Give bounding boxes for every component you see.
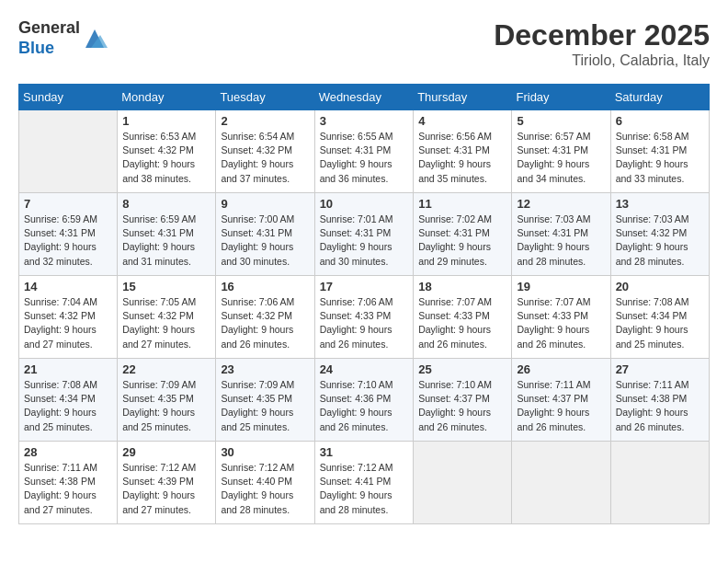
calendar-cell: 29Sunrise: 7:12 AM Sunset: 4:39 PM Dayli… xyxy=(118,442,216,524)
calendar-table: SundayMondayTuesdayWednesdayThursdayFrid… xyxy=(18,84,710,524)
day-number: 20 xyxy=(616,280,704,293)
day-number: 31 xyxy=(320,445,409,459)
day-info: Sunrise: 7:10 AM Sunset: 4:37 PM Dayligh… xyxy=(418,378,506,434)
day-info: Sunrise: 7:03 AM Sunset: 4:31 PM Dayligh… xyxy=(517,213,605,269)
calendar-week-3: 21Sunrise: 7:08 AM Sunset: 4:34 PM Dayli… xyxy=(19,359,710,442)
day-info: Sunrise: 6:59 AM Sunset: 4:31 PM Dayligh… xyxy=(122,213,210,269)
day-info: Sunrise: 6:59 AM Sunset: 4:31 PM Dayligh… xyxy=(24,213,112,269)
day-info: Sunrise: 7:04 AM Sunset: 4:32 PM Dayligh… xyxy=(24,295,112,351)
day-info: Sunrise: 7:02 AM Sunset: 4:31 PM Dayligh… xyxy=(418,213,506,269)
calendar-cell: 19Sunrise: 7:07 AM Sunset: 4:33 PM Dayli… xyxy=(512,276,610,359)
day-number: 16 xyxy=(221,280,309,293)
weekday-monday: Monday xyxy=(118,85,216,110)
day-number: 23 xyxy=(221,362,309,376)
logo: General Blue xyxy=(18,18,108,58)
calendar-cell: 24Sunrise: 7:10 AM Sunset: 4:36 PM Dayli… xyxy=(314,359,414,442)
calendar-cell: 14Sunrise: 7:04 AM Sunset: 4:32 PM Dayli… xyxy=(19,276,118,359)
day-number: 4 xyxy=(418,114,506,128)
day-info: Sunrise: 6:58 AM Sunset: 4:31 PM Dayligh… xyxy=(616,130,704,186)
day-info: Sunrise: 6:57 AM Sunset: 4:31 PM Dayligh… xyxy=(517,130,605,186)
day-info: Sunrise: 7:12 AM Sunset: 4:41 PM Dayligh… xyxy=(320,461,409,517)
day-number: 1 xyxy=(122,114,210,128)
day-info: Sunrise: 7:06 AM Sunset: 4:32 PM Dayligh… xyxy=(221,295,309,351)
logo-general: General xyxy=(18,18,80,37)
day-number: 8 xyxy=(122,197,210,211)
day-info: Sunrise: 7:08 AM Sunset: 4:34 PM Dayligh… xyxy=(616,295,704,351)
day-info: Sunrise: 7:00 AM Sunset: 4:31 PM Dayligh… xyxy=(221,213,309,269)
calendar-cell xyxy=(512,442,610,524)
calendar-cell: 22Sunrise: 7:09 AM Sunset: 4:35 PM Dayli… xyxy=(118,359,216,442)
day-number: 10 xyxy=(320,197,409,211)
calendar-week-0: 1Sunrise: 6:53 AM Sunset: 4:32 PM Daylig… xyxy=(19,110,710,193)
day-number: 3 xyxy=(320,114,409,128)
calendar-cell: 30Sunrise: 7:12 AM Sunset: 4:40 PM Dayli… xyxy=(216,442,314,524)
calendar-cell: 25Sunrise: 7:10 AM Sunset: 4:37 PM Dayli… xyxy=(414,359,512,442)
weekday-header-row: SundayMondayTuesdayWednesdayThursdayFrid… xyxy=(19,85,710,110)
calendar-week-2: 14Sunrise: 7:04 AM Sunset: 4:32 PM Dayli… xyxy=(19,276,710,359)
day-info: Sunrise: 7:09 AM Sunset: 4:35 PM Dayligh… xyxy=(221,378,309,434)
day-number: 13 xyxy=(616,197,704,211)
calendar-cell: 20Sunrise: 7:08 AM Sunset: 4:34 PM Dayli… xyxy=(610,276,709,359)
day-info: Sunrise: 7:07 AM Sunset: 4:33 PM Dayligh… xyxy=(418,295,506,351)
logo-icon xyxy=(82,26,108,52)
day-number: 21 xyxy=(24,362,112,376)
day-number: 29 xyxy=(122,445,210,459)
calendar-cell: 2Sunrise: 6:54 AM Sunset: 4:32 PM Daylig… xyxy=(216,110,314,193)
weekday-friday: Friday xyxy=(512,85,610,110)
day-number: 18 xyxy=(418,280,506,293)
calendar-cell: 26Sunrise: 7:11 AM Sunset: 4:37 PM Dayli… xyxy=(512,359,610,442)
day-number: 12 xyxy=(517,197,605,211)
calendar-cell: 10Sunrise: 7:01 AM Sunset: 4:31 PM Dayli… xyxy=(314,193,414,276)
day-info: Sunrise: 6:54 AM Sunset: 4:32 PM Dayligh… xyxy=(221,130,309,186)
calendar-cell: 9Sunrise: 7:00 AM Sunset: 4:31 PM Daylig… xyxy=(216,193,314,276)
calendar-cell: 3Sunrise: 6:55 AM Sunset: 4:31 PM Daylig… xyxy=(314,110,414,193)
day-info: Sunrise: 7:11 AM Sunset: 4:38 PM Dayligh… xyxy=(616,378,704,434)
day-info: Sunrise: 7:07 AM Sunset: 4:33 PM Dayligh… xyxy=(517,295,605,351)
day-info: Sunrise: 7:12 AM Sunset: 4:40 PM Dayligh… xyxy=(221,461,309,517)
calendar-cell: 16Sunrise: 7:06 AM Sunset: 4:32 PM Dayli… xyxy=(216,276,314,359)
weekday-wednesday: Wednesday xyxy=(314,85,414,110)
calendar-cell xyxy=(414,442,512,524)
day-info: Sunrise: 7:06 AM Sunset: 4:33 PM Dayligh… xyxy=(320,295,409,351)
calendar-cell: 13Sunrise: 7:03 AM Sunset: 4:32 PM Dayli… xyxy=(610,193,709,276)
calendar-cell xyxy=(19,110,118,193)
day-number: 30 xyxy=(221,445,309,459)
day-number: 27 xyxy=(616,362,704,376)
day-info: Sunrise: 7:01 AM Sunset: 4:31 PM Dayligh… xyxy=(320,213,409,269)
day-number: 19 xyxy=(517,280,605,293)
calendar-body: 1Sunrise: 6:53 AM Sunset: 4:32 PM Daylig… xyxy=(19,110,710,524)
month-title: December 2025 xyxy=(494,18,710,52)
page-header: General Blue December 2025 Tiriolo, Cala… xyxy=(18,18,710,69)
calendar-cell: 12Sunrise: 7:03 AM Sunset: 4:31 PM Dayli… xyxy=(512,193,610,276)
day-info: Sunrise: 6:56 AM Sunset: 4:31 PM Dayligh… xyxy=(418,130,506,186)
day-number: 17 xyxy=(320,280,409,293)
day-info: Sunrise: 7:10 AM Sunset: 4:36 PM Dayligh… xyxy=(320,378,409,434)
calendar-cell: 15Sunrise: 7:05 AM Sunset: 4:32 PM Dayli… xyxy=(118,276,216,359)
calendar-cell: 28Sunrise: 7:11 AM Sunset: 4:38 PM Dayli… xyxy=(19,442,118,524)
calendar-week-4: 28Sunrise: 7:11 AM Sunset: 4:38 PM Dayli… xyxy=(19,442,710,524)
day-number: 6 xyxy=(616,114,704,128)
day-info: Sunrise: 7:08 AM Sunset: 4:34 PM Dayligh… xyxy=(24,378,112,434)
logo-blue: Blue xyxy=(18,39,54,57)
day-number: 7 xyxy=(24,197,112,211)
calendar-cell: 17Sunrise: 7:06 AM Sunset: 4:33 PM Dayli… xyxy=(314,276,414,359)
day-info: Sunrise: 7:11 AM Sunset: 4:38 PM Dayligh… xyxy=(24,461,112,517)
day-info: Sunrise: 7:03 AM Sunset: 4:32 PM Dayligh… xyxy=(616,213,704,269)
calendar-cell: 8Sunrise: 6:59 AM Sunset: 4:31 PM Daylig… xyxy=(118,193,216,276)
title-block: December 2025 Tiriolo, Calabria, Italy xyxy=(494,18,710,69)
calendar-cell: 5Sunrise: 6:57 AM Sunset: 4:31 PM Daylig… xyxy=(512,110,610,193)
weekday-saturday: Saturday xyxy=(610,85,709,110)
calendar-week-1: 7Sunrise: 6:59 AM Sunset: 4:31 PM Daylig… xyxy=(19,193,710,276)
calendar-cell: 11Sunrise: 7:02 AM Sunset: 4:31 PM Dayli… xyxy=(414,193,512,276)
calendar-cell: 1Sunrise: 6:53 AM Sunset: 4:32 PM Daylig… xyxy=(118,110,216,193)
day-number: 5 xyxy=(517,114,605,128)
day-info: Sunrise: 7:05 AM Sunset: 4:32 PM Dayligh… xyxy=(122,295,210,351)
day-number: 24 xyxy=(320,362,409,376)
weekday-tuesday: Tuesday xyxy=(216,85,314,110)
calendar-cell: 23Sunrise: 7:09 AM Sunset: 4:35 PM Dayli… xyxy=(216,359,314,442)
day-number: 9 xyxy=(221,197,309,211)
day-info: Sunrise: 7:12 AM Sunset: 4:39 PM Dayligh… xyxy=(122,461,210,517)
weekday-sunday: Sunday xyxy=(19,85,118,110)
day-number: 15 xyxy=(122,280,210,293)
day-number: 22 xyxy=(122,362,210,376)
